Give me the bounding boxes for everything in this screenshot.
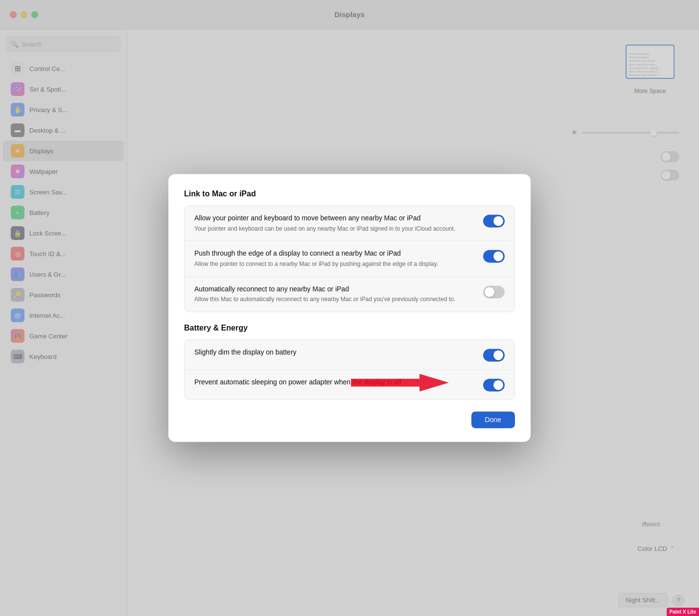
setting-text-push-edge: Push through the edge of a display to co… bbox=[194, 249, 475, 268]
battery-settings-group: Slightly dim the display on battery Prev… bbox=[184, 340, 515, 400]
paint-x-lite-badge: Paint X Lite bbox=[667, 608, 699, 616]
setting-desc-pointer-keyboard: Your pointer and keyboard can be used on… bbox=[194, 225, 475, 233]
setting-text-pointer-keyboard: Allow your pointer and keyboard to move … bbox=[194, 213, 475, 233]
setting-row-auto-reconnect: Automatically reconnect to any nearby Ma… bbox=[185, 277, 514, 311]
modal-footer: Done bbox=[184, 412, 515, 428]
setting-title-pointer-keyboard: Allow your pointer and keyboard to move … bbox=[194, 213, 475, 223]
setting-desc-auto-reconnect: Allow this Mac to automatically reconnec… bbox=[194, 296, 475, 304]
svg-marker-0 bbox=[351, 374, 449, 392]
setting-title-dim-battery: Slightly dim the display on battery bbox=[194, 348, 475, 358]
setting-text-auto-reconnect: Automatically reconnect to any nearby Ma… bbox=[194, 284, 475, 304]
toggle-auto-reconnect[interactable] bbox=[483, 285, 505, 298]
link-section-title: Link to Mac or iPad bbox=[184, 190, 515, 198]
setting-row-pointer-keyboard: Allow your pointer and keyboard to move … bbox=[185, 206, 514, 241]
setting-text-dim-battery: Slightly dim the display on battery bbox=[194, 348, 475, 358]
link-settings-group: Allow your pointer and keyboard to move … bbox=[184, 205, 515, 312]
setting-row-push-edge: Push through the edge of a display to co… bbox=[185, 241, 514, 277]
done-button[interactable]: Done bbox=[471, 412, 515, 428]
setting-desc-push-edge: Allow the pointer to connect to a nearby… bbox=[194, 260, 475, 268]
toggle-prevent-sleep[interactable] bbox=[483, 379, 505, 392]
toggle-pointer-keyboard[interactable] bbox=[483, 214, 505, 227]
toggle-push-edge[interactable] bbox=[483, 250, 505, 263]
setting-title-auto-reconnect: Automatically reconnect to any nearby Ma… bbox=[194, 284, 475, 294]
setting-row-dim-battery: Slightly dim the display on battery bbox=[185, 340, 514, 370]
setting-title-push-edge: Push through the edge of a display to co… bbox=[194, 249, 475, 259]
modal-dialog: Link to Mac or iPad Allow your pointer a… bbox=[168, 174, 531, 442]
setting-row-prevent-sleep: Prevent automatic sleeping on power adap… bbox=[185, 370, 514, 400]
battery-section-title: Battery & Energy bbox=[184, 324, 515, 333]
background-window: Displays 🔍 Search ⊞ Control Ce... 🔮 Siri… bbox=[0, 0, 699, 616]
red-arrow-annotation bbox=[351, 374, 449, 392]
toggle-dim-battery[interactable] bbox=[483, 349, 505, 362]
